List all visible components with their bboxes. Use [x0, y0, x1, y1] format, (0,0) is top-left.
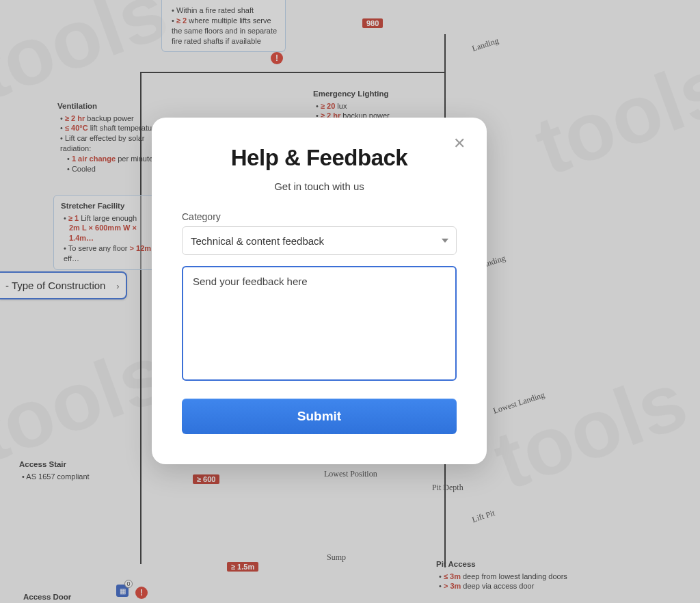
- label-lowest-position: Lowest Position: [324, 469, 377, 479]
- info-icon[interactable]: !: [135, 587, 148, 599]
- emergency-lighting-callout: Emergency Lighting ≥ 20 lux ≥ 2 hr backu…: [313, 89, 416, 121]
- help-feedback-modal: ✕ Help & Feedback Get in touch with us C…: [152, 118, 487, 464]
- access-stair-callout: Access Stair AS 1657 compliant: [19, 459, 122, 481]
- nav-label: - Type of Construction: [5, 280, 105, 291]
- pit-access-callout: Pit Access ≤ 3m deep from lowest landing…: [436, 559, 614, 591]
- submit-button[interactable]: Submit: [182, 399, 457, 434]
- feedback-textarea[interactable]: [182, 266, 457, 381]
- label-sump: Sump: [327, 552, 346, 563]
- category-select[interactable]: Technical & content feedback: [182, 226, 457, 255]
- category-label: Category: [182, 211, 457, 222]
- close-icon: ✕: [453, 135, 466, 152]
- modal-title: Help & Feedback: [182, 145, 457, 171]
- label-pit-depth: Pit Depth: [432, 483, 463, 493]
- dimension-980: 980: [362, 18, 383, 28]
- toolbar-badge: 0: [124, 580, 133, 588]
- category-select-wrap: Technical & content feedback: [182, 226, 457, 255]
- nav-type-of-construction[interactable]: - Type of Construction ›: [0, 271, 127, 299]
- fire-shaft-callout: Within a fire rated shaft ≥ 2 where mult…: [161, 0, 286, 52]
- dimension-15m: ≥ 1.5m: [227, 562, 258, 572]
- stretcher-callout: Stretcher Facility ≥ 1 Lift large enough…: [53, 195, 163, 270]
- chevron-right-icon: ›: [116, 280, 119, 291]
- dimension-600: ≥ 600: [193, 474, 219, 484]
- access-door-callout: Access Door: [23, 592, 126, 603]
- modal-subtitle: Get in touch with us: [182, 180, 457, 192]
- close-button[interactable]: ✕: [450, 134, 469, 153]
- info-icon[interactable]: !: [271, 52, 283, 64]
